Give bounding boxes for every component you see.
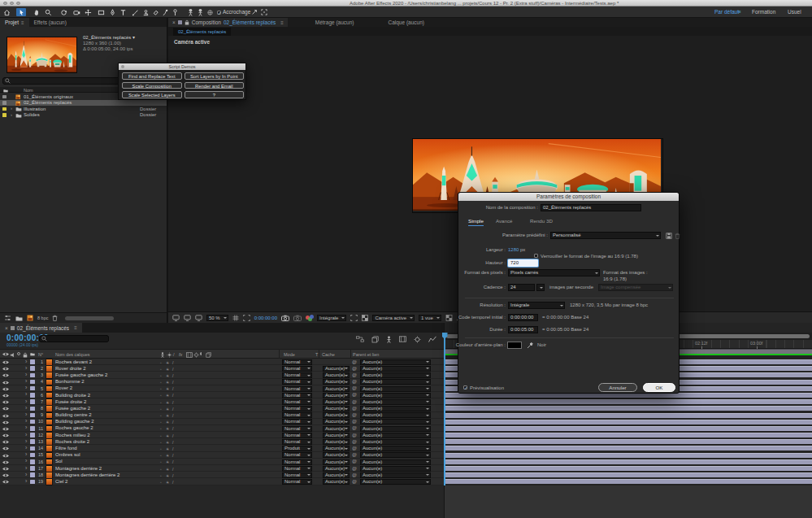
parent-link-select[interactable]: Aucun(e) (360, 446, 431, 451)
project-row[interactable]: › Solides Dossier (0, 112, 167, 119)
snap-checkbox-box[interactable] (217, 11, 221, 15)
quality-switch-icon[interactable]: / (173, 352, 175, 357)
layer-shy-icon[interactable]: ◦ (160, 373, 162, 378)
expand-layer-icon[interactable]: › (25, 445, 27, 451)
layer-name[interactable]: Roches milieu 2 (55, 433, 90, 437)
layer-collapse-icon[interactable]: ☀ (166, 420, 169, 424)
channels-icon[interactable] (306, 315, 313, 321)
workspace-usuel[interactable]: Usuel (788, 9, 801, 15)
start-timecode-input[interactable]: 0:00:00:00 (508, 314, 538, 321)
layer-color-label[interactable] (30, 380, 35, 385)
audio-column-icon[interactable] (10, 352, 15, 358)
blend-mode-select[interactable]: Normal (282, 366, 312, 372)
blend-mode-select[interactable]: Normal (282, 433, 312, 438)
layer-quality-icon[interactable]: / (172, 386, 173, 391)
layer-color-label[interactable] (30, 359, 35, 364)
expand-arrow-icon[interactable]: › (11, 106, 12, 111)
blend-mode-select[interactable]: Normal (282, 379, 312, 385)
layer-visibility-icon[interactable] (2, 400, 9, 404)
expand-arrow-icon[interactable]: › (11, 112, 12, 117)
layer-shy-icon[interactable]: ◦ (160, 459, 162, 464)
expand-layer-icon[interactable]: › (25, 385, 27, 390)
parent-link-select[interactable]: Aucun(e) (360, 479, 431, 485)
workspace-par-defaut[interactable]: Par défaut (714, 9, 739, 15)
snap-options-icon[interactable] (250, 8, 259, 16)
layer-color-label[interactable] (30, 399, 35, 404)
layer-shy-icon[interactable]: ◦ (160, 367, 162, 372)
close-panel-icon[interactable] (121, 65, 124, 68)
timeline-tab[interactable]: × 02_Éléments replacés ≡ (0, 323, 82, 333)
tab-avance[interactable]: Avancé (496, 218, 513, 224)
motion-blur-icon[interactable] (414, 336, 421, 343)
script-button[interactable]: Find and Replace Text (122, 72, 182, 80)
track-matte-select[interactable]: Aucun(e) (323, 386, 350, 392)
home-tool-icon[interactable] (2, 8, 11, 16)
pickwhip-icon[interactable]: @ (352, 459, 357, 464)
preview-checkbox[interactable] (463, 385, 467, 390)
track-matte-select[interactable]: Aucun(e) (323, 472, 350, 478)
blend-mode-select[interactable]: Normal (282, 452, 312, 458)
layer-color-label[interactable] (30, 413, 35, 418)
pickwhip-icon[interactable]: @ (352, 366, 357, 371)
workspace-menu-icon[interactable]: ≡ (738, 9, 741, 15)
layer-row[interactable]: › 4 Bonhomme 2 ◦ ☀ / Normal Aucun(e) @ A… (0, 379, 444, 385)
blend-mode-select[interactable]: Normal (282, 386, 312, 392)
blend-mode-select[interactable]: Normal (282, 399, 312, 405)
tab-rendu-3d[interactable]: Rendu 3D (530, 218, 553, 224)
layer-row[interactable]: › 11 Roches gauche 2 ◦ ☀ / Normal Aucun(… (0, 425, 444, 432)
delete-preset-icon[interactable] (675, 233, 680, 239)
viewer-timecode[interactable]: 0:00:00:00 (254, 316, 277, 320)
layer-quality-icon[interactable]: / (172, 453, 173, 458)
motion-blur-switch-icon[interactable] (193, 352, 199, 358)
parent-link-select[interactable]: Aucun(e) (360, 433, 431, 438)
roto-brush-tool-icon[interactable] (160, 8, 170, 16)
zoom-tool-icon[interactable] (43, 8, 53, 16)
hand-tool-icon[interactable] (32, 8, 41, 16)
blend-mode-select[interactable]: Normal (282, 479, 312, 485)
layer-quality-icon[interactable]: / (172, 467, 173, 472)
track-matte-select[interactable]: Aucun(e) (323, 419, 350, 424)
blend-mode-select[interactable]: Normal (282, 472, 312, 478)
pickwhip-icon[interactable]: @ (352, 433, 357, 437)
layer-collapse-icon[interactable]: ☀ (166, 459, 169, 464)
parent-link-select[interactable]: Aucun(e) (360, 426, 431, 432)
hide-shy-layers-icon[interactable] (386, 336, 392, 343)
layer-name[interactable]: Building centre 2 (55, 412, 92, 417)
layer-name[interactable]: Ciel 2 (55, 479, 67, 484)
expand-layer-icon[interactable]: › (25, 458, 27, 464)
lock-aspect-checkbox[interactable] (534, 254, 538, 258)
layer-quality-icon[interactable]: / (172, 480, 173, 485)
layer-color-label[interactable] (30, 366, 35, 371)
tab-composition[interactable]: × Composition 02_Éléments replacés ≡ (168, 18, 288, 27)
pickwhip-icon[interactable]: @ (352, 452, 357, 457)
parent-link-select[interactable]: Aucun(e) (360, 386, 431, 392)
parent-link-select[interactable]: Aucun(e) (360, 399, 431, 405)
snap-features-icon[interactable] (259, 8, 269, 16)
save-preset-icon[interactable] (666, 233, 672, 239)
layer-duration-bar[interactable] (445, 433, 812, 437)
axis-mode-view-icon[interactable] (205, 8, 215, 16)
pickwhip-icon[interactable]: @ (352, 466, 357, 471)
layer-quality-icon[interactable]: / (172, 407, 173, 411)
layer-name[interactable]: Building droite 2 (55, 393, 90, 398)
layer-name[interactable]: Roches gauche 2 (55, 425, 93, 430)
layer-shy-icon[interactable]: ◦ (160, 433, 162, 438)
parent-link-select[interactable]: Aucun(e) (360, 412, 431, 418)
frame-rate-input[interactable]: 24 (508, 284, 535, 291)
close-tab-icon[interactable]: × (172, 20, 176, 25)
project-bit-depth[interactable]: 8 bpc (37, 316, 48, 320)
puppet-pin-tool-icon[interactable] (170, 8, 180, 16)
lock-column-icon[interactable] (23, 352, 28, 358)
pickwhip-icon[interactable]: @ (352, 472, 357, 477)
layer-name[interactable]: Rover 2 (55, 385, 72, 390)
pickwhip-icon[interactable]: @ (352, 385, 357, 390)
ok-button[interactable]: OK (643, 383, 675, 392)
layer-duration-bar[interactable] (445, 459, 812, 464)
layer-visibility-icon[interactable] (2, 387, 9, 391)
layer-shy-icon[interactable]: ◦ (160, 480, 162, 485)
layer-row[interactable]: › 19 Ciel 2 ◦ ☀ / Normal Aucun(e) @ Aucu… (0, 478, 444, 485)
layer-visibility-icon[interactable] (2, 407, 9, 411)
layer-visibility-icon[interactable] (2, 460, 9, 464)
parent-link-select[interactable]: Aucun(e) (360, 372, 431, 378)
threed-switch-icon[interactable] (206, 352, 211, 358)
